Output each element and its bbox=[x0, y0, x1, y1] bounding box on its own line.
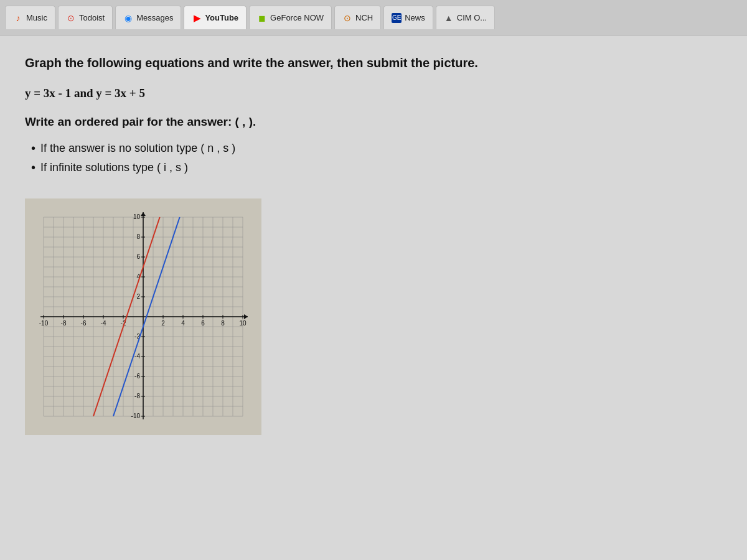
tab-music-label: Music bbox=[26, 13, 47, 22]
tab-bar: ♪ Music ⊙ Todoist ◉ Messages ▶ YouTube ◼… bbox=[0, 0, 747, 35]
bullet-item-2: If infinite solutions type ( i , s ) bbox=[31, 161, 722, 175]
todoist-icon: ⊙ bbox=[66, 13, 76, 23]
tab-youtube[interactable]: ▶ YouTube bbox=[184, 6, 247, 29]
tab-todoist-label: Todoist bbox=[79, 13, 105, 22]
coordinate-graph bbox=[25, 198, 261, 435]
main-content: Graph the following equations and write … bbox=[0, 35, 747, 560]
tab-music[interactable]: ♪ Music bbox=[5, 6, 55, 29]
tab-geforce[interactable]: ◼ GeForce NOW bbox=[249, 6, 332, 29]
graph-container bbox=[25, 198, 261, 435]
equations-text: y = 3x - 1 and y = 3x + 5 bbox=[25, 86, 722, 100]
cim-icon: ▲ bbox=[444, 13, 454, 23]
tab-messages[interactable]: ◉ Messages bbox=[115, 6, 181, 29]
tab-youtube-label: YouTube bbox=[205, 13, 238, 22]
tab-nch-label: NCH bbox=[355, 13, 373, 22]
music-icon: ♪ bbox=[13, 13, 23, 23]
tab-cim-label: CIM O... bbox=[457, 13, 487, 22]
news-icon: GE bbox=[392, 13, 402, 23]
youtube-icon: ▶ bbox=[192, 13, 202, 23]
tab-messages-label: Messages bbox=[136, 13, 173, 22]
bullet-list: If the answer is no solution type ( n , … bbox=[25, 141, 722, 175]
nch-icon: ⊙ bbox=[342, 13, 352, 23]
messages-icon: ◉ bbox=[123, 13, 133, 23]
tab-nch[interactable]: ⊙ NCH bbox=[334, 6, 381, 29]
geforce-icon: ◼ bbox=[257, 13, 267, 23]
tab-todoist[interactable]: ⊙ Todoist bbox=[58, 6, 113, 29]
bullet-item-1: If the answer is no solution type ( n , … bbox=[31, 141, 722, 156]
tab-news-label: News bbox=[405, 13, 425, 22]
answer-prompt: Write an ordered pair for the answer: ( … bbox=[25, 115, 722, 129]
tab-geforce-label: GeForce NOW bbox=[270, 13, 324, 22]
tab-cim[interactable]: ▲ CIM O... bbox=[436, 6, 495, 29]
instruction-text: Graph the following equations and write … bbox=[25, 54, 722, 72]
tab-news[interactable]: GE News bbox=[383, 6, 433, 29]
